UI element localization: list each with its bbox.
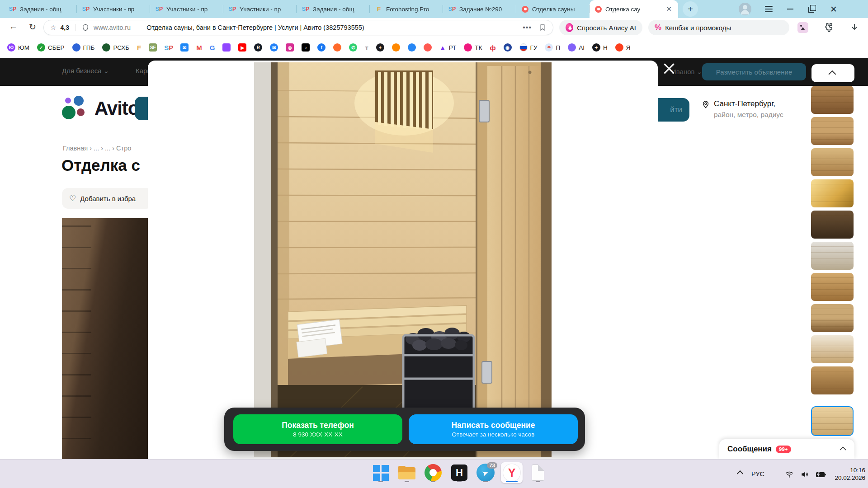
reload-icon[interactable]: ↻ [29,22,36,32]
bookmark-red-dot[interactable] [424,43,432,52]
browser-tab-8[interactable]: Отделка сауны [516,0,590,18]
bookmark-tiktok[interactable]: ♪ [302,43,310,52]
gallery-thumbnail-8[interactable] [811,304,854,332]
close-window-icon[interactable]: ✕ [829,5,838,14]
h-app-button[interactable]: H [448,462,470,483]
gallery-thumbnail-6[interactable] [811,242,854,270]
omnibox[interactable]: ☆ 4,3 www.avito.ru Отделка сауны, бани в… [43,20,553,35]
screenshot-icon[interactable] [797,22,808,33]
notepad-button[interactable] [527,462,549,483]
bookmark-odnoklassniki[interactable] [392,43,400,52]
file-explorer-button[interactable] [396,462,418,483]
bookmark-instagram[interactable]: ◎ [286,43,294,52]
gallery-thumbnail-5[interactable] [811,211,854,239]
gallery-thumbnail-3[interactable] [811,148,854,176]
wifi-icon[interactable] [785,470,794,479]
bookmark-mailru[interactable]: ✉ [270,43,278,52]
bookmark-sf[interactable]: SF [149,43,157,52]
bookmark-f-swirl[interactable]: ф [490,43,495,52]
write-message-button[interactable]: Написать сообщение Отвечает за несколько… [409,414,578,444]
extensions-puzzle-icon[interactable] [823,22,834,33]
bookmark-rutube[interactable]: R [254,43,262,52]
browser-tab-7[interactable]: SPЗадание №290 [443,0,516,18]
avito-logo[interactable]: Avito [62,96,143,121]
start-button[interactable] [370,462,392,483]
rating-star-icon[interactable]: ☆ [50,23,56,32]
volume-icon[interactable] [800,470,809,479]
browser-tab-2[interactable]: SPУчастники - пр [77,0,150,18]
gallery-thumbnail-10[interactable] [811,366,854,394]
browser-tab-4[interactable]: SPУчастники - пр [223,0,297,18]
bookmark-fotohosting[interactable]: F [137,43,141,52]
post-ad-button[interactable]: Разместить объявление [702,63,806,80]
gallery-collapse-button[interactable] [811,64,854,82]
bookmark-rshb[interactable]: РСХБ [102,43,129,52]
bookmark-twitch[interactable] [222,43,231,52]
yandex-browser-button[interactable]: Y [501,462,523,483]
bookmark-plus-dark[interactable]: + [376,43,384,52]
bookmark-sber[interactable]: ✓СБЕР [37,43,65,52]
sauna-photo[interactable] [254,62,552,457]
bookmark-n-dark[interactable]: ✦Н [592,43,608,52]
clock[interactable]: 10:16 20.02.2026 [824,466,865,482]
tab-close-icon[interactable]: ✕ [665,5,673,13]
downloads-icon[interactable] [849,22,860,33]
gallery-thumbnail-7[interactable] [811,273,854,301]
bookmark-p-umbrella[interactable]: ☂П [545,43,560,52]
chrome-button[interactable] [422,462,444,483]
menu-icon[interactable] [764,5,773,14]
bookmark-rt[interactable]: ▲РТ [439,43,457,52]
bookmark-google[interactable]: G [210,43,215,52]
shield-icon[interactable] [81,23,90,32]
telegram-button[interactable]: ➤ 73 [475,462,496,483]
minimize-icon[interactable] [786,5,795,14]
browser-tab-5[interactable]: SPЗадания - общ [297,0,370,18]
nav-business-link[interactable]: Для бизнеса ⌄ [62,67,109,75]
cashback-button[interactable]: % Кешбэк и промокоды [648,20,789,35]
maximize-icon[interactable] [807,5,816,14]
folder-icon [398,466,415,479]
add-to-favorites-button[interactable]: ♡ Добавить в избра [62,188,152,209]
bookmark-yandex[interactable]: Я [615,43,631,52]
lightbox-close-icon[interactable] [661,61,677,77]
messages-panel[interactable]: Сообщения 99+ [719,439,854,459]
browser-tab-9[interactable]: Отделка сау✕ [590,0,678,18]
browser-tab-3[interactable]: SPУчастники - пр [150,0,223,18]
bookmark-emblem[interactable]: ◉ [504,43,512,52]
browser-tab-1[interactable]: SPЗадания - общ [4,0,77,18]
bookmark-gu[interactable]: ГУ [519,43,538,52]
show-phone-button[interactable]: Показать телефон 8 930 XXX-XX-XX [233,414,402,444]
gallery-thumbnail-9[interactable] [811,335,854,363]
bookmark-vk[interactable] [408,43,416,52]
bookmark-tk[interactable]: ТК [464,43,482,52]
listing-photo-underlay[interactable] [62,218,148,459]
bookmark-facebook[interactable]: f [317,43,326,52]
back-icon[interactable]: ← [9,22,18,32]
bookmark-flag-icon[interactable] [538,23,547,32]
bookmark-sp[interactable]: SP [165,43,173,52]
bookmark-gmail[interactable]: M [196,43,202,52]
gallery-thumbnail-4[interactable] [811,179,854,207]
profile-avatar[interactable] [739,3,751,15]
new-tab-button[interactable]: + [683,1,698,17]
bookmark-yoomoney[interactable]: ЮЮМ [7,43,29,52]
bookmark-youtube[interactable]: ▶ [238,43,246,52]
whatsapp-icon: ✆ [349,43,357,52]
bookmark-mail[interactable]: ✉ [180,43,189,52]
bookmark-alice-ai[interactable]: AI [568,43,585,52]
bookmark-gazprombank[interactable]: ГПБ [72,43,95,52]
tray-expand-icon[interactable] [737,470,743,477]
more-actions-icon[interactable]: ••• [523,23,532,32]
gallery-thumbnail-1[interactable] [811,86,854,114]
breadcrumb[interactable]: Главная › ... › ... › Стро [63,145,131,152]
search-button-fragment[interactable]: йти [658,98,689,122]
location-selector[interactable]: Санкт-Петербург, район, метро, радиус [701,99,783,119]
ask-alice-button[interactable]: Спросить Алису AI [559,20,642,35]
bookmark-whatsapp[interactable]: ✆ [349,43,357,52]
language-indicator[interactable]: РУС [751,470,764,478]
bookmark-t-service[interactable]: т [365,43,368,52]
bookmark-browser-orange[interactable] [333,43,341,52]
gallery-thumbnail-2[interactable] [811,117,854,145]
browser-tab-6[interactable]: FFotohosting.Pro [370,0,443,18]
gallery-thumbnail-11-active[interactable] [811,406,854,436]
